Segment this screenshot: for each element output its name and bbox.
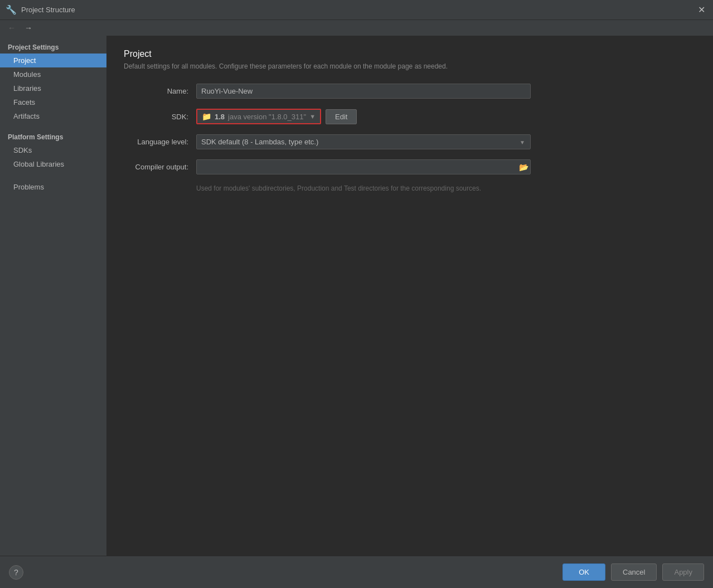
compiler-output-control: 📂 — [196, 159, 531, 174]
compiler-output-input[interactable] — [196, 159, 531, 174]
content-description: Default settings for all modules. Config… — [124, 62, 696, 70]
close-button[interactable]: ✕ — [695, 4, 707, 16]
language-level-label: Language level: — [124, 138, 196, 146]
sidebar: Project Settings Project Modules Librari… — [0, 36, 107, 556]
content-area: Project Default settings for all modules… — [107, 36, 713, 556]
sidebar-item-facets[interactable]: Facets — [0, 95, 106, 109]
project-settings-section-label: Project Settings — [0, 39, 106, 54]
sdk-version: 1.8 — [215, 113, 225, 121]
main-layout: Project Settings Project Modules Librari… — [0, 36, 713, 556]
compiler-folder-button[interactable]: 📂 — [519, 163, 528, 172]
sdk-folder-icon: 📁 — [202, 112, 211, 121]
sidebar-item-project[interactable]: Project — [0, 54, 106, 67]
sidebar-item-artifacts[interactable]: Artifacts — [0, 109, 106, 123]
compiler-input-wrapper: 📂 — [196, 159, 531, 174]
sidebar-item-problems[interactable]: Problems — [0, 180, 106, 194]
ok-button[interactable]: OK — [562, 563, 605, 581]
back-button[interactable]: ← — [6, 22, 18, 33]
help-button[interactable]: ? — [9, 565, 23, 580]
sdk-control: 📁 1.8 java version "1.8.0_311" ▼ Edit — [196, 109, 357, 124]
app-icon: 🔧 — [6, 4, 17, 16]
content-title: Project — [124, 49, 696, 59]
sidebar-item-libraries[interactable]: Libraries — [0, 81, 106, 95]
language-level-select[interactable]: SDK default (8 - Lambdas, type etc.) — [196, 134, 531, 149]
name-label: Name: — [124, 87, 196, 95]
sdk-select-content: 📁 1.8 java version "1.8.0_311" — [202, 112, 306, 121]
sidebar-item-sdks[interactable]: SDKs — [0, 143, 106, 157]
forward-button[interactable]: → — [22, 22, 35, 33]
language-level-control: SDK default (8 - Lambdas, type etc.) — [196, 134, 531, 149]
name-input[interactable] — [196, 84, 531, 99]
name-control — [196, 84, 531, 99]
sdk-label: SDK: — [124, 113, 196, 121]
bottom-bar: ? OK Cancel Apply — [0, 556, 713, 588]
sdk-select-dropdown[interactable]: 📁 1.8 java version "1.8.0_311" ▼ — [196, 109, 321, 124]
platform-settings-section-label: Platform Settings — [0, 129, 106, 143]
bottom-actions: OK Cancel Apply — [562, 563, 704, 581]
title-bar: 🔧 Project Structure ✕ — [0, 0, 713, 20]
compiler-output-label: Compiler output: — [124, 163, 196, 171]
language-level-wrapper: SDK default (8 - Lambdas, type etc.) — [196, 134, 531, 149]
cancel-button[interactable]: Cancel — [611, 563, 657, 581]
nav-row: ← → — [0, 20, 713, 36]
sdk-dropdown-arrow: ▼ — [309, 113, 316, 120]
compiler-output-row: Compiler output: 📂 — [124, 159, 696, 174]
apply-button[interactable]: Apply — [662, 563, 704, 581]
sdk-edit-button[interactable]: Edit — [326, 109, 357, 124]
language-level-row: Language level: SDK default (8 - Lambdas… — [124, 134, 696, 149]
sidebar-item-global-libraries[interactable]: Global Libraries — [0, 157, 106, 171]
sdk-detail: java version "1.8.0_311" — [228, 113, 306, 121]
sidebar-item-modules[interactable]: Modules — [0, 67, 106, 81]
compiler-hint: Used for modules' subdirectories, Produc… — [196, 184, 696, 192]
title-bar-text: Project Structure — [21, 6, 75, 14]
sdk-row: SDK: 📁 1.8 java version "1.8.0_311" ▼ Ed… — [124, 109, 696, 124]
title-bar-left: 🔧 Project Structure — [6, 4, 75, 16]
name-row: Name: — [124, 84, 696, 99]
